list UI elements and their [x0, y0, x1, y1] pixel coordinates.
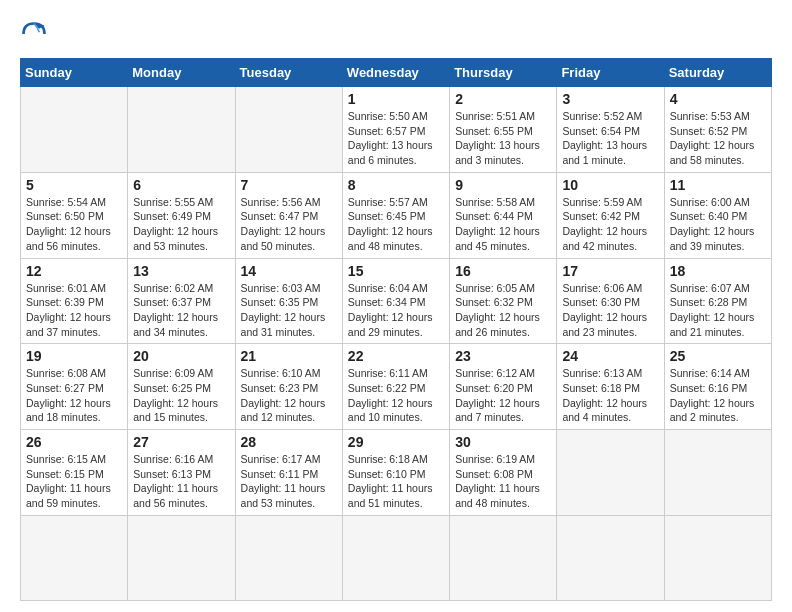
- day-cell: 8Sunrise: 5:57 AMSunset: 6:45 PMDaylight…: [342, 172, 449, 258]
- day-number: 20: [133, 348, 229, 364]
- day-number: 25: [670, 348, 766, 364]
- weekday-header: Friday: [557, 59, 664, 87]
- day-number: 5: [26, 177, 122, 193]
- empty-day-cell: [128, 87, 235, 173]
- day-number: 29: [348, 434, 444, 450]
- calendar-week-row: [21, 515, 772, 600]
- day-info: Sunrise: 6:16 AMSunset: 6:13 PMDaylight:…: [133, 452, 229, 511]
- day-number: 7: [241, 177, 337, 193]
- empty-day-cell: [21, 515, 128, 600]
- day-cell: 19Sunrise: 6:08 AMSunset: 6:27 PMDayligh…: [21, 344, 128, 430]
- day-info: Sunrise: 5:59 AMSunset: 6:42 PMDaylight:…: [562, 195, 658, 254]
- day-info: Sunrise: 6:04 AMSunset: 6:34 PMDaylight:…: [348, 281, 444, 340]
- day-info: Sunrise: 5:51 AMSunset: 6:55 PMDaylight:…: [455, 109, 551, 168]
- day-cell: 21Sunrise: 6:10 AMSunset: 6:23 PMDayligh…: [235, 344, 342, 430]
- empty-day-cell: [21, 87, 128, 173]
- day-cell: 3Sunrise: 5:52 AMSunset: 6:54 PMDaylight…: [557, 87, 664, 173]
- day-cell: 23Sunrise: 6:12 AMSunset: 6:20 PMDayligh…: [450, 344, 557, 430]
- calendar-week-row: 5Sunrise: 5:54 AMSunset: 6:50 PMDaylight…: [21, 172, 772, 258]
- logo: [20, 20, 52, 48]
- empty-day-cell: [557, 515, 664, 600]
- day-info: Sunrise: 6:15 AMSunset: 6:15 PMDaylight:…: [26, 452, 122, 511]
- empty-day-cell: [235, 515, 342, 600]
- day-info: Sunrise: 6:19 AMSunset: 6:08 PMDaylight:…: [455, 452, 551, 511]
- day-cell: 2Sunrise: 5:51 AMSunset: 6:55 PMDaylight…: [450, 87, 557, 173]
- page-header: [20, 20, 772, 48]
- day-cell: 30Sunrise: 6:19 AMSunset: 6:08 PMDayligh…: [450, 430, 557, 516]
- weekday-header: Thursday: [450, 59, 557, 87]
- day-info: Sunrise: 6:07 AMSunset: 6:28 PMDaylight:…: [670, 281, 766, 340]
- day-cell: 16Sunrise: 6:05 AMSunset: 6:32 PMDayligh…: [450, 258, 557, 344]
- day-number: 14: [241, 263, 337, 279]
- day-number: 15: [348, 263, 444, 279]
- day-info: Sunrise: 5:52 AMSunset: 6:54 PMDaylight:…: [562, 109, 658, 168]
- day-cell: 12Sunrise: 6:01 AMSunset: 6:39 PMDayligh…: [21, 258, 128, 344]
- day-cell: 4Sunrise: 5:53 AMSunset: 6:52 PMDaylight…: [664, 87, 771, 173]
- day-number: 4: [670, 91, 766, 107]
- day-info: Sunrise: 6:05 AMSunset: 6:32 PMDaylight:…: [455, 281, 551, 340]
- calendar-table: SundayMondayTuesdayWednesdayThursdayFrid…: [20, 58, 772, 601]
- calendar-week-row: 1Sunrise: 5:50 AMSunset: 6:57 PMDaylight…: [21, 87, 772, 173]
- day-cell: 15Sunrise: 6:04 AMSunset: 6:34 PMDayligh…: [342, 258, 449, 344]
- empty-day-cell: [450, 515, 557, 600]
- day-info: Sunrise: 6:01 AMSunset: 6:39 PMDaylight:…: [26, 281, 122, 340]
- day-number: 2: [455, 91, 551, 107]
- day-number: 23: [455, 348, 551, 364]
- calendar-week-row: 19Sunrise: 6:08 AMSunset: 6:27 PMDayligh…: [21, 344, 772, 430]
- day-cell: 27Sunrise: 6:16 AMSunset: 6:13 PMDayligh…: [128, 430, 235, 516]
- day-cell: 24Sunrise: 6:13 AMSunset: 6:18 PMDayligh…: [557, 344, 664, 430]
- weekday-header: Saturday: [664, 59, 771, 87]
- day-number: 22: [348, 348, 444, 364]
- day-info: Sunrise: 5:56 AMSunset: 6:47 PMDaylight:…: [241, 195, 337, 254]
- day-info: Sunrise: 6:00 AMSunset: 6:40 PMDaylight:…: [670, 195, 766, 254]
- day-info: Sunrise: 5:57 AMSunset: 6:45 PMDaylight:…: [348, 195, 444, 254]
- weekday-header: Tuesday: [235, 59, 342, 87]
- day-number: 12: [26, 263, 122, 279]
- calendar-week-row: 12Sunrise: 6:01 AMSunset: 6:39 PMDayligh…: [21, 258, 772, 344]
- day-number: 18: [670, 263, 766, 279]
- day-cell: 1Sunrise: 5:50 AMSunset: 6:57 PMDaylight…: [342, 87, 449, 173]
- empty-day-cell: [557, 430, 664, 516]
- day-number: 8: [348, 177, 444, 193]
- day-info: Sunrise: 5:53 AMSunset: 6:52 PMDaylight:…: [670, 109, 766, 168]
- day-info: Sunrise: 6:09 AMSunset: 6:25 PMDaylight:…: [133, 366, 229, 425]
- day-cell: 9Sunrise: 5:58 AMSunset: 6:44 PMDaylight…: [450, 172, 557, 258]
- day-info: Sunrise: 5:54 AMSunset: 6:50 PMDaylight:…: [26, 195, 122, 254]
- day-number: 10: [562, 177, 658, 193]
- day-number: 13: [133, 263, 229, 279]
- day-number: 9: [455, 177, 551, 193]
- day-info: Sunrise: 6:02 AMSunset: 6:37 PMDaylight:…: [133, 281, 229, 340]
- empty-day-cell: [235, 87, 342, 173]
- day-info: Sunrise: 6:12 AMSunset: 6:20 PMDaylight:…: [455, 366, 551, 425]
- day-cell: 5Sunrise: 5:54 AMSunset: 6:50 PMDaylight…: [21, 172, 128, 258]
- day-info: Sunrise: 6:08 AMSunset: 6:27 PMDaylight:…: [26, 366, 122, 425]
- day-number: 11: [670, 177, 766, 193]
- day-number: 30: [455, 434, 551, 450]
- day-info: Sunrise: 6:18 AMSunset: 6:10 PMDaylight:…: [348, 452, 444, 511]
- day-cell: 7Sunrise: 5:56 AMSunset: 6:47 PMDaylight…: [235, 172, 342, 258]
- day-number: 27: [133, 434, 229, 450]
- empty-day-cell: [664, 515, 771, 600]
- weekday-header: Monday: [128, 59, 235, 87]
- calendar-week-row: 26Sunrise: 6:15 AMSunset: 6:15 PMDayligh…: [21, 430, 772, 516]
- day-number: 6: [133, 177, 229, 193]
- day-info: Sunrise: 6:13 AMSunset: 6:18 PMDaylight:…: [562, 366, 658, 425]
- logo-icon: [20, 20, 48, 48]
- day-cell: 6Sunrise: 5:55 AMSunset: 6:49 PMDaylight…: [128, 172, 235, 258]
- day-number: 19: [26, 348, 122, 364]
- day-number: 16: [455, 263, 551, 279]
- day-cell: 13Sunrise: 6:02 AMSunset: 6:37 PMDayligh…: [128, 258, 235, 344]
- day-cell: 22Sunrise: 6:11 AMSunset: 6:22 PMDayligh…: [342, 344, 449, 430]
- calendar-header-row: SundayMondayTuesdayWednesdayThursdayFrid…: [21, 59, 772, 87]
- day-cell: 20Sunrise: 6:09 AMSunset: 6:25 PMDayligh…: [128, 344, 235, 430]
- day-cell: 26Sunrise: 6:15 AMSunset: 6:15 PMDayligh…: [21, 430, 128, 516]
- day-number: 17: [562, 263, 658, 279]
- day-cell: 14Sunrise: 6:03 AMSunset: 6:35 PMDayligh…: [235, 258, 342, 344]
- day-info: Sunrise: 6:10 AMSunset: 6:23 PMDaylight:…: [241, 366, 337, 425]
- empty-day-cell: [342, 515, 449, 600]
- day-info: Sunrise: 5:50 AMSunset: 6:57 PMDaylight:…: [348, 109, 444, 168]
- day-cell: 11Sunrise: 6:00 AMSunset: 6:40 PMDayligh…: [664, 172, 771, 258]
- day-number: 21: [241, 348, 337, 364]
- day-info: Sunrise: 6:14 AMSunset: 6:16 PMDaylight:…: [670, 366, 766, 425]
- day-number: 3: [562, 91, 658, 107]
